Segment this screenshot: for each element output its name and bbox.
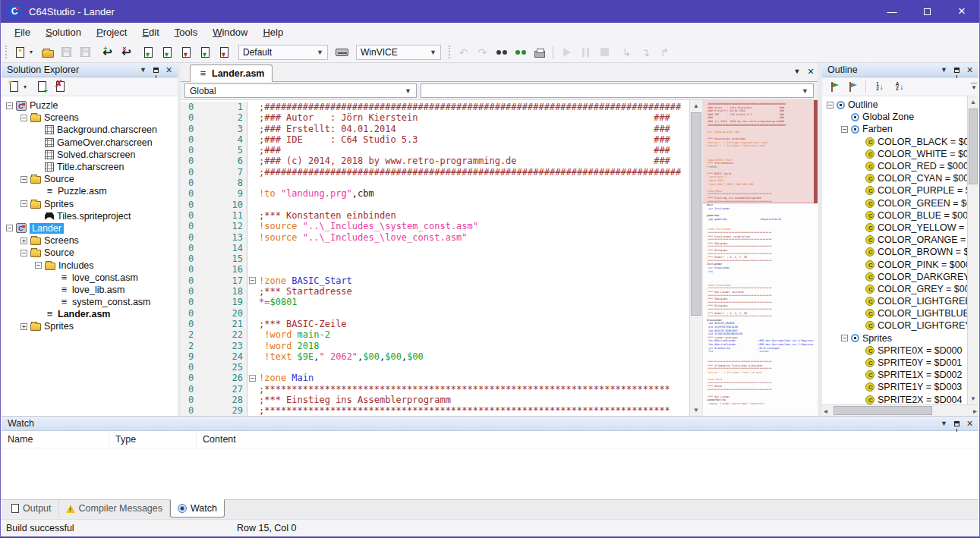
- minimize-button[interactable]: —: [874, 0, 909, 23]
- solution-item-lander[interactable]: −Lander: [2, 222, 178, 234]
- outline-item-outline[interactable]: −Outline: [822, 99, 967, 111]
- code-line[interactable]: 01;#####################################…: [181, 102, 689, 112]
- panel-close-button[interactable]: ×: [963, 64, 976, 76]
- tab-compiler-messages[interactable]: Compiler Messages: [59, 500, 170, 517]
- code-line[interactable]: 019*=$0801: [181, 297, 689, 307]
- sort-by-line-button[interactable]: 12↓: [872, 79, 887, 94]
- tab-list-dropdown[interactable]: ▼: [790, 64, 804, 78]
- tree-expander-icon[interactable]: +: [20, 238, 27, 244]
- outline-item-color-brown-0009[interactable]: COLOR_BROWN = $0009: [822, 246, 967, 258]
- outline-item-sprite1y-d003[interactable]: SPRITE1Y = $D003: [822, 381, 967, 393]
- code-line[interactable]: 04;### IDE : C64 Studio 5.3 ###: [181, 134, 689, 145]
- outline-item-color-lightblue-000e[interactable]: COLOR_LIGHTBLUE = $000E: [822, 307, 967, 319]
- panel-close-button[interactable]: ×: [963, 418, 976, 429]
- menu-item-window[interactable]: Window: [205, 24, 255, 40]
- solution-item-source[interactable]: −Source: [2, 173, 178, 185]
- scroll-down-icon[interactable]: ▼: [968, 393, 978, 404]
- rebuild-button[interactable]: ▼: [216, 43, 233, 61]
- minimap-viewport[interactable]: [703, 100, 818, 203]
- tab-output[interactable]: Output: [5, 500, 59, 517]
- disk-drive-button[interactable]: [333, 43, 351, 61]
- scrollbar-thumb[interactable]: [833, 406, 932, 415]
- code-line[interactable]: 021;*** BASIC-Zeile: [181, 319, 689, 329]
- zone-combo[interactable]: Global ▼: [184, 83, 417, 98]
- code-line[interactable]: 026−!zone Main: [181, 373, 689, 383]
- add-element-button[interactable]: ↩+: [99, 43, 116, 61]
- maximize-button[interactable]: [909, 0, 944, 23]
- code-line[interactable]: 012!source "..\_Includes_\system_const.a…: [181, 221, 689, 231]
- solution-item-screens[interactable]: −Screens: [2, 112, 178, 124]
- outline-item-sprite0y-d001[interactable]: SPRITE0Y = $D001: [822, 357, 967, 369]
- code-line[interactable]: 014: [181, 243, 689, 253]
- outline-item-global-zone[interactable]: Global Zone: [822, 111, 967, 123]
- tree-expander-icon[interactable]: −: [35, 262, 42, 269]
- solution-item-love-const-asm[interactable]: ≡love_const.asm: [2, 272, 178, 284]
- scrollbar-thumb[interactable]: [969, 109, 978, 184]
- outline-item-color-black-0000[interactable]: COLOR_BLACK = $0000: [822, 136, 967, 148]
- outline-item-color-yellow-0007[interactable]: COLOR_YELLOW = $0007: [822, 222, 967, 234]
- code-line[interactable]: 222 !word main-2: [181, 329, 689, 340]
- sort-alphabetical-button[interactable]: AZ↓: [892, 79, 907, 94]
- solution-item-title-charscreen[interactable]: Title.charscreen: [2, 161, 178, 173]
- step-out-button[interactable]: ↱: [656, 43, 673, 61]
- solution-item-screens[interactable]: +Screens: [2, 234, 178, 247]
- code-line[interactable]: 017−!zone BASIC_Start: [181, 275, 689, 286]
- open-button[interactable]: [39, 43, 56, 61]
- code-line[interactable]: 016: [181, 264, 689, 275]
- pin-button[interactable]: [950, 418, 963, 429]
- tree-expander-icon[interactable]: −: [20, 250, 27, 256]
- tree-expander-icon[interactable]: −: [841, 126, 848, 133]
- panel-menu-button[interactable]: ▼: [137, 64, 150, 76]
- fold-collapse-icon[interactable]: −: [249, 277, 256, 284]
- watch-column-type[interactable]: Type: [109, 431, 197, 448]
- step-over-button[interactable]: ↴: [637, 43, 654, 61]
- solution-item-tiles-spriteproject[interactable]: Tiles.spriteproject: [2, 210, 178, 222]
- code-line[interactable]: 223 !word 2018: [181, 341, 689, 351]
- save-all-button[interactable]: [77, 43, 94, 61]
- code-line[interactable]: 029;************************************…: [181, 405, 689, 416]
- emulator-combo[interactable]: WinVICE▼: [356, 45, 441, 60]
- outline-item-color-orange-0008[interactable]: COLOR_ORANGE = $0008: [822, 234, 967, 246]
- outline-item-color-cyan-0003[interactable]: COLOR_CYAN = $0003: [822, 172, 967, 184]
- close-button[interactable]: ×: [944, 0, 979, 23]
- outline-item-sprite2x-d004[interactable]: SPRITE2X = $D004: [822, 394, 967, 405]
- scroll-down-icon[interactable]: ▼: [690, 404, 702, 416]
- pin-button[interactable]: [150, 64, 162, 76]
- menu-item-project[interactable]: Project: [89, 24, 134, 40]
- outline-item-sprite1x-d002[interactable]: SPRITE1X = $D002: [822, 369, 967, 381]
- watch-column-content[interactable]: Content: [197, 431, 978, 448]
- outline-item-color-green-0005[interactable]: COLOR_GREEN = $0005: [822, 197, 967, 209]
- tree-expander-icon[interactable]: −: [20, 115, 27, 121]
- code-line[interactable]: 03;### Erstellt: 04.01.2014 ###: [181, 124, 689, 134]
- remove-file-button[interactable]: ✗: [52, 79, 68, 94]
- code-lines[interactable]: 01;#####################################…: [181, 100, 689, 416]
- outline-item-color-pink-000a[interactable]: COLOR_PINK = $000A: [822, 258, 967, 270]
- code-minimap[interactable]: ;#######################################…: [702, 100, 818, 416]
- outline-item-sprites[interactable]: −Sprites: [822, 332, 967, 345]
- watch-list[interactable]: [2, 448, 978, 499]
- new-file-dropdown[interactable]: ▾: [24, 83, 30, 90]
- scroll-right-icon[interactable]: ▸: [973, 405, 977, 416]
- solution-item-source[interactable]: −Source: [2, 247, 178, 259]
- fold-collapse-icon[interactable]: −: [249, 375, 256, 382]
- show-globals-button[interactable]: [845, 79, 860, 94]
- tree-expander-icon[interactable]: −: [20, 200, 27, 207]
- outline-horizontal-scrollbar[interactable]: ◂ ▸: [822, 404, 978, 416]
- print-button[interactable]: [531, 43, 548, 61]
- outline-vertical-scrollbar[interactable]: ▲ ▼: [967, 96, 978, 404]
- code-line[interactable]: 07;#####################################…: [181, 167, 689, 178]
- dropdown-caret-icon[interactable]: ▾: [30, 49, 36, 55]
- tab-watch[interactable]: Watch: [170, 499, 225, 518]
- save-button[interactable]: [58, 43, 75, 61]
- find-in-files-button[interactable]: [512, 43, 529, 61]
- remove-element-button[interactable]: ↩×: [118, 43, 135, 61]
- outline-item-color-white-0001[interactable]: COLOR_WHITE = $0001: [822, 148, 967, 160]
- run-button[interactable]: [558, 43, 575, 61]
- code-line[interactable]: 06;### (c) 2014, 2018 by www.retro-progr…: [181, 156, 689, 166]
- tree-expander-icon[interactable]: −: [6, 102, 13, 109]
- pin-button[interactable]: [950, 64, 963, 76]
- outline-item-color-lightgreen-000d[interactable]: COLOR_LIGHTGREEN = $000D: [822, 295, 967, 307]
- local-symbol-combo[interactable]: ▼: [421, 83, 814, 98]
- show-locals-button[interactable]: [827, 79, 842, 94]
- code-line[interactable]: 924 !text $9E," 2062",$00,$00,$00: [181, 351, 689, 362]
